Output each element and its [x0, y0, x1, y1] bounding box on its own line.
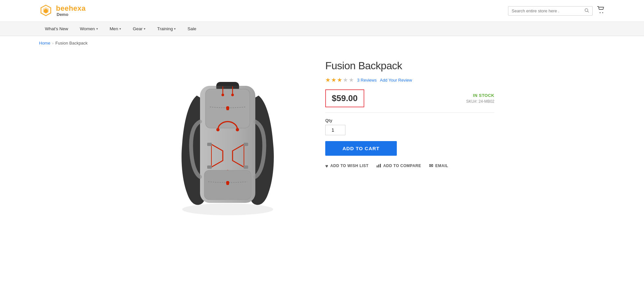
- chevron-down-icon: ▾: [144, 27, 145, 31]
- product-image-area: [150, 57, 306, 226]
- svg-line-4: [588, 11, 589, 12]
- svg-rect-19: [207, 165, 212, 169]
- email-label: EMAIL: [435, 164, 448, 168]
- product-title: Fusion Backpack: [325, 60, 494, 72]
- svg-point-5: [600, 12, 601, 13]
- svg-rect-29: [380, 164, 381, 167]
- compare-icon: [376, 163, 381, 169]
- nav-item-women[interactable]: Women ▾: [74, 22, 104, 36]
- nav-label-gear: Gear: [133, 26, 142, 31]
- chevron-down-icon: ▾: [119, 27, 121, 31]
- chevron-down-icon: ▾: [174, 27, 176, 31]
- sku-value: 24-MB02: [478, 99, 494, 104]
- sku: SKU#: 24-MB02: [466, 99, 494, 104]
- star-rating: ★ ★ ★ ★ ★: [325, 76, 354, 84]
- nav-item-men[interactable]: Men ▾: [104, 22, 127, 36]
- svg-point-7: [182, 204, 273, 215]
- header-right: [508, 6, 605, 16]
- nav-link-men[interactable]: Men ▾: [104, 22, 127, 36]
- nav-link-training[interactable]: Training ▾: [151, 22, 181, 36]
- cart-icon[interactable]: [597, 6, 605, 15]
- star-4: ★: [343, 76, 348, 84]
- star-5: ★: [349, 76, 354, 84]
- svg-point-26: [231, 94, 234, 96]
- star-3: ★: [337, 76, 342, 84]
- svg-rect-18: [244, 143, 248, 146]
- add-to-wish-list-link[interactable]: ♥ ADD TO WISH LIST: [325, 163, 369, 169]
- chevron-down-icon: ▾: [96, 27, 98, 31]
- nav-label-men: Men: [110, 26, 118, 31]
- svg-rect-17: [207, 143, 212, 146]
- search-icon: [584, 8, 589, 13]
- cart-svg-icon: [597, 6, 605, 13]
- heart-icon: ♥: [325, 163, 328, 169]
- svg-point-25: [221, 94, 224, 96]
- search-box[interactable]: [508, 6, 593, 16]
- nav-link-whats-new[interactable]: What's New: [39, 22, 74, 36]
- logo-brand-name: beehexa: [56, 5, 86, 12]
- wish-list-label: ADD TO WISH LIST: [330, 164, 369, 168]
- stock-sku: IN STOCK SKU#: 24-MB02: [466, 93, 494, 104]
- product-image: [153, 57, 302, 226]
- price-stock-row: $59.00 IN STOCK SKU#: 24-MB02: [325, 89, 494, 113]
- price-box: $59.00: [325, 89, 364, 107]
- nav-label-training: Training: [157, 26, 173, 31]
- main-content: Fusion Backpack ★ ★ ★ ★ ★ 3 Reviews Add …: [111, 50, 533, 245]
- nav-label-whats-new: What's New: [45, 26, 68, 31]
- nav-item-sale[interactable]: Sale: [181, 22, 202, 36]
- nav-list: What's New Women ▾ Men ▾ Gear ▾ Training: [39, 22, 605, 36]
- stock-status: IN STOCK: [466, 93, 494, 98]
- svg-rect-14: [226, 106, 229, 110]
- svg-point-6: [602, 12, 603, 13]
- action-links: ♥ ADD TO WISH LIST ADD TO COMPARE ✉ EMAI…: [325, 163, 494, 169]
- email-icon: ✉: [429, 163, 434, 169]
- rating-row: ★ ★ ★ ★ ★ 3 Reviews Add Your Review: [325, 76, 494, 84]
- svg-rect-20: [244, 165, 248, 169]
- backpack-svg: [153, 57, 302, 226]
- star-2: ★: [331, 76, 336, 84]
- reviews-link[interactable]: 3 Reviews: [357, 78, 377, 83]
- nav-label-women: Women: [80, 26, 95, 31]
- qty-label: Qty: [325, 118, 494, 123]
- logo-icon: [39, 4, 53, 18]
- breadcrumb: Home › Fusion Backpack: [0, 36, 644, 50]
- nav-item-gear[interactable]: Gear ▾: [127, 22, 151, 36]
- product-details: Fusion Backpack ★ ★ ★ ★ ★ 3 Reviews Add …: [325, 57, 494, 226]
- search-input[interactable]: [512, 8, 584, 13]
- compare-label: ADD TO COMPARE: [383, 164, 421, 168]
- logo-text: beehexa Demo: [56, 5, 86, 17]
- svg-rect-24: [226, 181, 229, 185]
- logo-subtitle: Demo: [57, 12, 86, 17]
- nav-label-sale: Sale: [187, 26, 196, 31]
- qty-section: Qty: [325, 118, 494, 135]
- main-nav: What's New Women ▾ Men ▾ Gear ▾ Training: [0, 22, 644, 36]
- nav-link-gear[interactable]: Gear ▾: [127, 22, 151, 36]
- breadcrumb-current: Fusion Backpack: [55, 41, 87, 46]
- svg-point-16: [236, 128, 239, 131]
- breadcrumb-home-link[interactable]: Home: [39, 41, 50, 46]
- nav-item-whats-new[interactable]: What's New: [39, 22, 74, 36]
- add-to-cart-button[interactable]: Add to Cart: [325, 141, 397, 156]
- star-1: ★: [325, 76, 330, 84]
- svg-rect-28: [378, 164, 379, 167]
- add-to-compare-link[interactable]: ADD TO COMPARE: [376, 163, 421, 169]
- svg-point-15: [216, 128, 220, 131]
- svg-point-3: [585, 8, 588, 11]
- nav-item-training[interactable]: Training ▾: [151, 22, 181, 36]
- nav-link-women[interactable]: Women ▾: [74, 22, 104, 36]
- site-header: beehexa Demo: [0, 0, 644, 22]
- nav-link-sale[interactable]: Sale: [181, 22, 202, 36]
- logo[interactable]: beehexa Demo: [39, 4, 86, 18]
- qty-input[interactable]: [325, 125, 345, 135]
- add-review-link[interactable]: Add Your Review: [380, 78, 412, 83]
- svg-rect-27: [377, 165, 378, 167]
- email-link[interactable]: ✉ EMAIL: [429, 163, 448, 169]
- sku-label: SKU#:: [466, 99, 477, 104]
- breadcrumb-separator: ›: [52, 41, 54, 45]
- search-button[interactable]: [584, 8, 589, 14]
